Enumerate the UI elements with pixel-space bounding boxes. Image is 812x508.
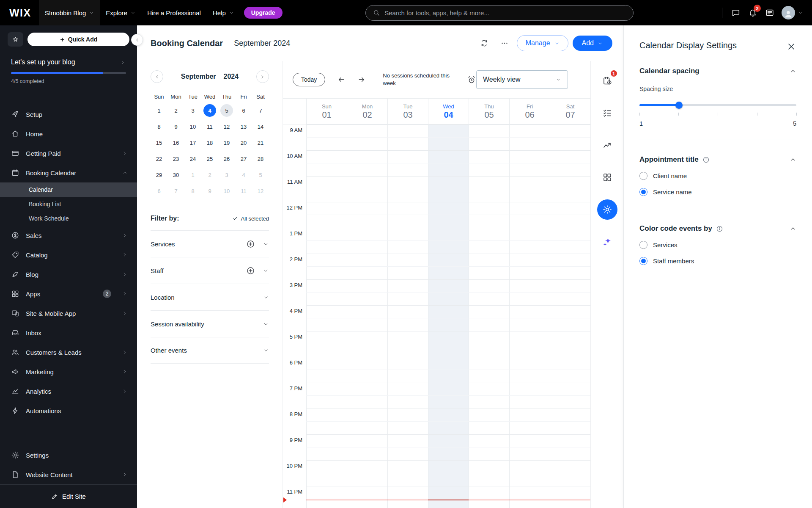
topbar-search[interactable]	[365, 5, 634, 21]
mini-calendar-day[interactable]: 22	[151, 151, 167, 167]
favorites-button[interactable]	[8, 32, 23, 47]
mini-calendar-day[interactable]: 29	[151, 167, 167, 183]
next-week-button[interactable]	[357, 75, 366, 84]
mini-calendar-day[interactable]: 7	[252, 102, 269, 119]
radio-client-name[interactable]: Client name	[639, 172, 796, 180]
mini-calendar-day[interactable]: 2	[167, 102, 184, 119]
day-column-sun[interactable]	[306, 124, 347, 508]
sidebar-item-blog[interactable]: Blog	[0, 265, 137, 284]
day-header-sat[interactable]: Sat07	[550, 99, 590, 124]
notifications-button[interactable]: 2	[744, 4, 761, 21]
quick-add-button[interactable]: Quick Add	[27, 33, 129, 46]
sidebar-item-settings[interactable]: Settings	[0, 445, 137, 465]
radio-services[interactable]: Services	[639, 241, 796, 249]
mini-calendar-day[interactable]: 30	[167, 167, 184, 183]
day-column-sat[interactable]	[550, 124, 590, 508]
calendar-grid[interactable]: 9 AM10 AM11 AM12 PM1 PM2 PM3 PM4 PM5 PM6…	[283, 124, 590, 508]
search-input[interactable]	[384, 9, 626, 17]
mini-calendar-day[interactable]: 25	[201, 151, 218, 167]
mini-calendar-day[interactable]: 5	[218, 102, 235, 119]
sidebar-item-apps[interactable]: Apps2	[0, 284, 137, 304]
mini-calendar-day[interactable]: 27	[235, 151, 252, 167]
sidebar-item-home[interactable]: Home	[0, 124, 137, 144]
day-header-fri[interactable]: Fri06	[509, 99, 550, 124]
info-icon[interactable]	[702, 156, 710, 163]
sidebar-item-website-content[interactable]: Website Content	[0, 465, 137, 484]
rail-apps-market-button[interactable]	[597, 167, 617, 188]
filter-section-other-events[interactable]: Other events	[151, 337, 269, 364]
sidebar-item-sales[interactable]: Sales	[0, 226, 137, 245]
sync-button[interactable]	[476, 35, 492, 51]
wix-logo[interactable]: WIX	[9, 7, 31, 19]
slider-thumb[interactable]	[675, 102, 683, 109]
mini-calendar-day[interactable]: 1	[184, 167, 201, 183]
prev-month-button[interactable]	[151, 70, 163, 83]
mini-calendar-day[interactable]: 15	[151, 135, 167, 151]
rail-trend-button[interactable]	[597, 135, 617, 155]
radio-service-name[interactable]: Service name	[639, 188, 796, 196]
radio-circle[interactable]	[639, 172, 647, 180]
today-button[interactable]: Today	[293, 73, 325, 86]
mini-calendar-day[interactable]: 7	[167, 183, 184, 199]
color-code-section-header[interactable]: Color code events by	[639, 224, 796, 233]
sidebar-subitem-booking-list[interactable]: Booking List	[0, 197, 137, 211]
calendar-spacing-section-header[interactable]: Calendar spacing	[639, 67, 796, 75]
day-column-fri[interactable]	[509, 124, 550, 508]
radio-circle[interactable]	[639, 188, 647, 196]
sidebar-item-customers-leads[interactable]: Customers & Leads	[0, 342, 137, 362]
collapse-panel-button[interactable]	[131, 34, 143, 46]
filter-section-session-availability[interactable]: Session availability	[151, 310, 269, 337]
mini-calendar-day[interactable]: 2	[201, 167, 218, 183]
manage-button[interactable]: Manage	[517, 35, 568, 51]
previous-week-button[interactable]	[337, 75, 346, 84]
mini-calendar-day[interactable]: 3	[218, 167, 235, 183]
chat-button[interactable]	[727, 4, 744, 21]
mini-calendar-day[interactable]: 21	[252, 135, 269, 151]
mini-calendar-day[interactable]: 28	[252, 151, 269, 167]
mini-calendar-day[interactable]: 1	[151, 102, 167, 119]
sidebar-item-analytics[interactable]: Analytics	[0, 381, 137, 401]
day-column-tue[interactable]	[387, 124, 428, 508]
add-icon[interactable]	[246, 240, 255, 248]
mini-calendar-day[interactable]: 6	[151, 183, 167, 199]
sidebar-item-setup[interactable]: Setup	[0, 105, 137, 124]
explore-menu[interactable]: Explore	[100, 0, 141, 25]
mini-calendar-day[interactable]: 12	[252, 183, 269, 199]
mini-calendar-day[interactable]: 11	[235, 183, 252, 199]
sidebar-item-site-mobile-app[interactable]: Site & Mobile App	[0, 304, 137, 323]
sidebar-subitem-work-schedule[interactable]: Work Schedule	[0, 211, 137, 226]
day-column-wed[interactable]	[428, 124, 469, 508]
updates-button[interactable]	[761, 4, 778, 21]
account-menu[interactable]	[782, 6, 803, 19]
mini-calendar-day[interactable]: 14	[252, 119, 269, 135]
mini-calendar-day[interactable]: 12	[218, 119, 235, 135]
add-icon[interactable]	[246, 266, 255, 275]
rail-booking-requests-button[interactable]: 1	[597, 71, 617, 91]
hire-a-professional-link[interactable]: Hire a Professional	[141, 0, 207, 25]
day-header-thu[interactable]: Thu05	[469, 99, 509, 124]
mini-calendar-day[interactable]: 19	[218, 135, 235, 151]
mini-calendar-day[interactable]: 6	[235, 102, 252, 119]
rail-checklist-button[interactable]	[597, 103, 617, 123]
mini-calendar-day[interactable]: 17	[184, 135, 201, 151]
spacing-slider[interactable]	[639, 102, 796, 109]
filter-section-location[interactable]: Location	[151, 284, 269, 310]
help-menu[interactable]: Help	[207, 0, 240, 25]
session-reminder-icon[interactable]	[467, 75, 476, 85]
mini-calendar-day[interactable]: 3	[184, 102, 201, 119]
mini-calendar-day[interactable]: 13	[235, 119, 252, 135]
sidebar-item-catalog[interactable]: Catalog	[0, 245, 137, 265]
day-header-tue[interactable]: Tue03	[387, 99, 428, 124]
mini-calendar-day[interactable]: 18	[201, 135, 218, 151]
day-header-mon[interactable]: Mon02	[347, 99, 387, 124]
sidebar-item-getting-paid[interactable]: Getting Paid	[0, 144, 137, 163]
add-button[interactable]: Add	[573, 36, 612, 51]
radio-staff-members[interactable]: Staff members	[639, 257, 796, 265]
all-selected-button[interactable]: All selected	[232, 215, 269, 222]
mini-calendar-day[interactable]: 9	[201, 183, 218, 199]
day-column-mon[interactable]	[347, 124, 387, 508]
day-header-wed[interactable]: Wed04	[428, 99, 469, 124]
more-actions-button[interactable]	[497, 35, 513, 51]
mini-calendar-day[interactable]: 16	[167, 135, 184, 151]
mini-calendar-day[interactable]: 8	[184, 183, 201, 199]
